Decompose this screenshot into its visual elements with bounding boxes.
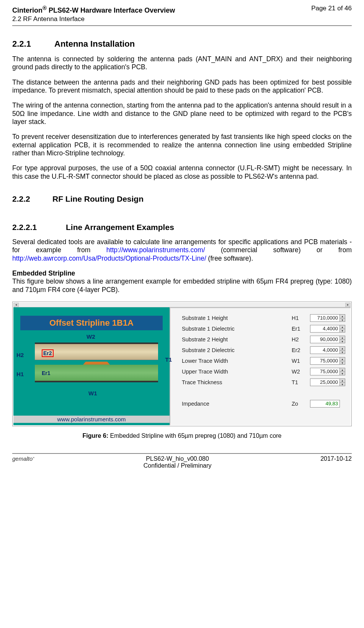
param-symbol: H1 (292, 315, 310, 321)
heading-text: Line Arrangement Examples (66, 223, 174, 232)
label-er1: Er1 (42, 370, 51, 376)
para-2-2-1-e: For type approval purposes, the use of a… (12, 164, 352, 181)
param-label: Substrate 1 Height (182, 315, 292, 321)
title-suffix: PLS62-W Hardware Interface Overview (47, 7, 175, 14)
param-symbol: W2 (292, 369, 310, 375)
diagram-title: Offset Stripline 1B1A (20, 316, 163, 330)
param-input[interactable]: 4,0000 (310, 346, 340, 354)
doc-subtitle: 2.2 RF Antenna Interface (12, 15, 175, 23)
param-row: Substrate 1 DielectricEr14,4000▲▼ (182, 323, 345, 334)
heading-number: 2.2.2 (12, 194, 52, 204)
param-row: Trace ThicknessT125,0000▲▼ (182, 377, 345, 388)
reg-mark: ® (42, 5, 47, 11)
heading-text: RF Line Routing Design (52, 194, 144, 203)
doc-title: Cinterion® PLS62-W Hardware Interface Ov… (12, 5, 175, 15)
header-rule (12, 25, 352, 26)
param-input[interactable]: 75,0000 (310, 357, 340, 365)
param-input[interactable]: 75,0000 (310, 368, 340, 375)
param-symbol: T1 (292, 379, 310, 385)
param-row: Upper Trace WidthW275,0000▲▼ (182, 366, 345, 377)
param-input[interactable]: 25,0000 (310, 378, 340, 386)
text-run: (free software). (206, 254, 253, 262)
param-symbol: Er2 (292, 347, 310, 353)
para-2-2-1-a: The antenna is connected by soldering th… (12, 55, 352, 72)
caption-text: Embedded Stripline with 65µm prepreg (10… (108, 432, 281, 439)
param-row: Substrate 2 HeightH290,0000▲▼ (182, 334, 345, 345)
impedance-row: Impedance Zo 49,83 (182, 398, 345, 409)
spinner-icon[interactable]: ▲▼ (340, 325, 345, 333)
title-prefix: Cinterion (12, 7, 42, 14)
figure-6-caption: Figure 6: Embedded Stripline with 65µm p… (12, 432, 352, 439)
text-run: (commercial software) or from (205, 246, 352, 254)
substrate-1-layer (35, 365, 158, 382)
param-label: Lower Trace Width (182, 358, 292, 364)
stripline-cross-section: W2 H2 H1 Er2 Er1 T1 W1 (35, 343, 158, 394)
para-embedded-stripline: This figure below shows a line arrangeme… (12, 277, 352, 294)
label-h2: H2 (16, 352, 24, 358)
scroll-track[interactable] (19, 303, 345, 307)
heading-2-2-2-1: 2.2.2.1Line Arrangement Examples (12, 223, 352, 232)
param-symbol: W1 (292, 358, 310, 364)
param-label: Substrate 1 Dielectric (182, 326, 292, 332)
link-awr[interactable]: http://web.awrcorp.com/Usa/Products/Opti… (12, 254, 206, 262)
para-2-2-1-c: The wiring of the antenna connection, st… (12, 101, 352, 126)
footer-brand: gemalto× (12, 455, 34, 462)
copper-trace (83, 362, 110, 365)
caption-label: Figure 6: (82, 432, 108, 439)
trace-layer (35, 362, 158, 365)
impedance-value: 49,83 (310, 400, 340, 408)
param-input[interactable]: 90,0000 (310, 336, 340, 343)
param-input[interactable]: 710,0000 (310, 314, 340, 322)
param-label: Substrate 2 Height (182, 336, 292, 343)
spinner-icon[interactable]: ▲▼ (340, 314, 345, 322)
heading-2-2-2: 2.2.2RF Line Routing Design (12, 194, 352, 204)
param-row: Substrate 1 HeightH1710,0000▲▼ (182, 313, 345, 323)
impedance-label: Impedance (182, 401, 292, 407)
page-header: Cinterion® PLS62-W Hardware Interface Ov… (12, 5, 352, 23)
label-t1: T1 (165, 356, 172, 363)
param-row: Substrate 2 DielectricEr24,0000▲▼ (182, 345, 345, 356)
footer-confidential: Confidential / Preliminary (34, 462, 320, 469)
footer-docid: PLS62-W_hio_v00.080 (34, 455, 320, 462)
param-symbol: H2 (292, 336, 310, 343)
param-symbol: Er1 (292, 326, 310, 332)
brand-text: gemalto (12, 455, 33, 462)
label-h1: H1 (16, 371, 24, 377)
label-w2: W2 (87, 333, 95, 340)
link-polar[interactable]: http://www.polarinstruments.com/ (106, 246, 205, 254)
para-2-2-1-b: The distance between the antenna pads an… (12, 78, 352, 95)
impedance-symbol: Zo (292, 401, 310, 407)
scroll-right-icon[interactable]: ► (345, 303, 351, 307)
spinner-icon[interactable]: ▲▼ (340, 346, 345, 354)
spinner-icon[interactable]: ▲▼ (340, 368, 345, 375)
footer-center: PLS62-W_hio_v00.080 Confidential / Preli… (34, 455, 320, 469)
figure-6: ◄ ► Offset Stripline 1B1A W2 H2 H1 Er2 E… (12, 302, 352, 426)
scroll-left-icon[interactable]: ◄ (13, 303, 19, 307)
label-er2: Er2 (42, 349, 54, 357)
diagram-source-url: www.polarinstruments.com (13, 416, 170, 423)
subheading-embedded-stripline: Embedded Stripline (12, 269, 352, 277)
param-label: Substrate 2 Dielectric (182, 347, 292, 353)
footer-date: 2017-10-12 (320, 455, 352, 462)
page-number: Page 21 of 46 (311, 5, 352, 12)
stripline-diagram-panel: Offset Stripline 1B1A W2 H2 H1 Er2 Er1 T… (13, 307, 170, 425)
para-tools: Several dedicated tools are available to… (12, 238, 352, 263)
heading-number: 2.2.1 (12, 39, 54, 49)
spinner-icon[interactable]: ▲▼ (340, 378, 345, 386)
heading-text: Antenna Installation (54, 39, 135, 49)
spinner-icon[interactable]: ▲▼ (340, 357, 345, 365)
para-2-2-1-d: To prevent receiver desensitization due … (12, 133, 352, 157)
heading-number: 2.2.2.1 (12, 223, 66, 232)
param-row: Lower Trace WidthW175,0000▲▼ (182, 356, 345, 366)
page-footer: gemalto× PLS62-W_hio_v00.080 Confidentia… (12, 454, 352, 469)
spinner-icon[interactable]: ▲▼ (340, 336, 345, 343)
label-w1: W1 (88, 390, 97, 396)
heading-2-2-1: 2.2.1Antenna Installation (12, 39, 352, 49)
parameter-panel: Substrate 1 HeightH1710,0000▲▼Substrate … (170, 307, 351, 425)
param-label: Upper Trace Width (182, 369, 292, 375)
param-label: Trace Thickness (182, 379, 292, 385)
param-input[interactable]: 4,4000 (310, 325, 340, 333)
figure-scrollbar[interactable]: ◄ ► (13, 303, 351, 307)
